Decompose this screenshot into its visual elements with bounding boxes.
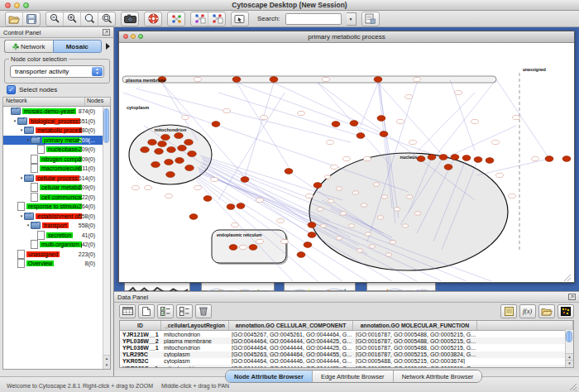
zoom-selected-button[interactable] — [80, 12, 98, 26]
file-icon — [17, 259, 25, 268]
tree-row[interactable]: ▼primary metabo...209(... — [3, 136, 103, 146]
tree-row[interactable]: response to stimulu...264(0) — [3, 202, 103, 212]
attribute-table: ID_cellularLayoutRegionannotation.GO CEL… — [119, 320, 574, 368]
tree-row[interactable]: ▼transport558(0) — [3, 221, 103, 231]
tree-row[interactable]: multi-organism pro...42(0) — [3, 240, 103, 250]
search-config-button[interactable] — [362, 12, 379, 26]
attribute-list-button[interactable] — [500, 304, 517, 318]
select-all-attributes-button[interactable] — [157, 304, 174, 318]
table-scrollbar[interactable]: ▲ ▼ — [565, 330, 573, 367]
tab-mosaic[interactable]: Mosaic — [53, 40, 103, 53]
table-cell: YPL036W__1 — [120, 345, 161, 351]
table-row[interactable]: YJR121W__1mitochondrion[GO:0045267, GO:0… — [120, 331, 566, 337]
destroy-network-view-button[interactable] — [208, 12, 225, 26]
unselect-all-attributes-button[interactable] — [176, 304, 193, 318]
heatmap-button[interactable] — [557, 304, 574, 318]
delete-attribute-button[interactable] — [195, 304, 212, 318]
folder-icon — [31, 136, 41, 144]
destroy-network-view-icon — [211, 13, 223, 24]
zoom-fit-button[interactable] — [98, 12, 115, 26]
select-nodes-checkbox[interactable]: ✓ — [7, 85, 16, 94]
scroll-down-button[interactable]: ▼ — [566, 360, 573, 367]
float-panel-icon[interactable] — [103, 29, 110, 36]
table-cell: cytoplasm — [161, 358, 229, 364]
table-row[interactable]: YPL036W__1mitochondrion[GO:0044464, GO:0… — [120, 344, 566, 351]
zoom-out-icon — [50, 13, 60, 24]
table-cell: mitochondrion — [161, 345, 229, 351]
resize-grip-icon[interactable] — [569, 383, 577, 391]
background-window-fragment[interactable] — [284, 282, 356, 291]
open-session-button[interactable] — [6, 12, 22, 26]
search-dropdown-button[interactable]: ▼ — [347, 12, 356, 26]
background-window-fragment[interactable] — [366, 282, 436, 291]
tree-row[interactable]: ▼establishment of lo...558(0) — [3, 212, 103, 222]
tab-edge-attribute-browser[interactable]: Edge Attribute Browser — [313, 370, 394, 382]
search-input[interactable] — [285, 13, 342, 25]
new-attribute-button[interactable] — [138, 304, 155, 318]
table-scrollbar-thumb[interactable] — [566, 331, 572, 342]
data-panel-toolbar: f(x) — [119, 304, 574, 318]
more-tabs-arrow[interactable] — [106, 43, 110, 50]
tree-row[interactable]: nitrogen compo...209(0) — [3, 155, 103, 165]
background-window-fragment[interactable] — [201, 282, 275, 291]
network-small-icon — [171, 14, 182, 24]
network-view-titlebar[interactable]: primary metabolic process — [119, 31, 574, 43]
table-column-header[interactable]: annotation.GO MOLECULAR_FUNCTION — [353, 321, 477, 330]
network-overview-button[interactable] — [168, 12, 184, 26]
table-column-header[interactable]: _cellularLayoutRegion — [161, 321, 229, 330]
tree-row[interactable]: ▼biological_process651(0) — [3, 117, 103, 127]
table-row[interactable]: YDR039C__1mitochondrion[GO:0044464, GO:0… — [120, 365, 566, 368]
tree-row[interactable]: macromolecule...311(0) — [3, 164, 103, 174]
table-cell: [GO:0044464, GO:0044446, GO:0044444, G..… — [229, 358, 353, 364]
float-panel-icon[interactable] — [568, 294, 576, 300]
tree-row[interactable]: nucleobase-...209(0) — [3, 145, 103, 155]
file-icon — [37, 145, 45, 154]
column-nodes: Nodes — [85, 98, 110, 106]
table-row[interactable]: YPL036W__2plasma membrane[GO:0044464, GO… — [120, 337, 566, 344]
tree-row[interactable]: secretion41(0) — [3, 231, 103, 241]
tab-network-label: Network — [21, 43, 45, 50]
select-nodes-option[interactable]: ✓ Select nodes — [7, 85, 57, 94]
tree-node-label: multi-organism pro... — [40, 241, 82, 247]
svg-text:cytoplasm: cytoplasm — [127, 105, 149, 110]
zoom-out-button[interactable] — [46, 12, 63, 26]
tab-network-attribute-browser[interactable]: Network Attribute Browser — [394, 370, 482, 382]
tab-network[interactable]: Network — [4, 40, 53, 53]
tree-row[interactable]: Overview8(0) — [3, 259, 103, 269]
tree-row[interactable]: cellular metabo...209(0) — [3, 183, 103, 193]
select-attributes-button[interactable] — [119, 304, 136, 318]
network-canvas[interactable]: plasma membranecytoplasmmitochondrionnuc… — [119, 43, 572, 281]
table-column-header[interactable]: ID — [120, 321, 161, 330]
snapshot-button[interactable] — [122, 12, 138, 26]
tree-scrollbar-arrows[interactable]: ▲▼ — [103, 355, 110, 369]
node-color-dropdown[interactable]: transporter activity ▲▼ — [10, 65, 104, 78]
tree-row[interactable]: cell communicat...22(0) — [3, 193, 103, 203]
table-row[interactable]: YLR295Ccytoplasm[GO:0045263, GO:0044464,… — [120, 351, 566, 358]
zoom-fit-icon — [102, 13, 112, 24]
background-window-fragment[interactable] — [124, 282, 190, 291]
zoom-in-button[interactable] — [63, 12, 80, 26]
tree-node-label: mosaic-demo-yeast — [22, 108, 76, 114]
create-network-view-button[interactable] — [191, 12, 208, 26]
import-attributes-button[interactable] — [538, 304, 555, 318]
save-session-button[interactable] — [22, 12, 40, 26]
tree-scrollbar-thumb[interactable] — [103, 108, 109, 143]
tree-row[interactable]: mosaic-demo-yeast874(0) — [3, 107, 103, 117]
tree-row[interactable]: unassigned223(0) — [3, 250, 103, 260]
table-cell: [GO:0045267, GO:0045261, GO:0044464, G..… — [229, 332, 353, 337]
network-view-title: primary metabolic process — [119, 33, 574, 41]
tree-scrollbar[interactable]: ▲▼ — [103, 107, 110, 369]
formula-builder-button[interactable]: f(x) — [519, 304, 536, 318]
data-panel-title: Data Panel — [117, 294, 568, 301]
tree-row[interactable]: ▼cellular process614(0) — [3, 174, 103, 184]
tree-row[interactable]: ▼metabolic process280(0) — [3, 126, 103, 136]
file-icon — [31, 183, 38, 192]
formula-icon: f(x) — [522, 307, 534, 315]
tab-node-attribute-browser[interactable]: Node Attribute Browser — [226, 370, 313, 382]
annotation-button[interactable] — [232, 12, 248, 26]
table-row[interactable]: YKR052Ccytoplasm[GO:0044464, GO:0044446,… — [120, 358, 566, 365]
table-cell: [GO:0016787, GO:0005215, GO:0003824, G..… — [353, 351, 477, 357]
help-button[interactable] — [145, 12, 161, 26]
table-column-header[interactable]: annotation.GO CELLULAR_COMPONENT — [229, 321, 353, 330]
file-icon — [31, 193, 38, 202]
